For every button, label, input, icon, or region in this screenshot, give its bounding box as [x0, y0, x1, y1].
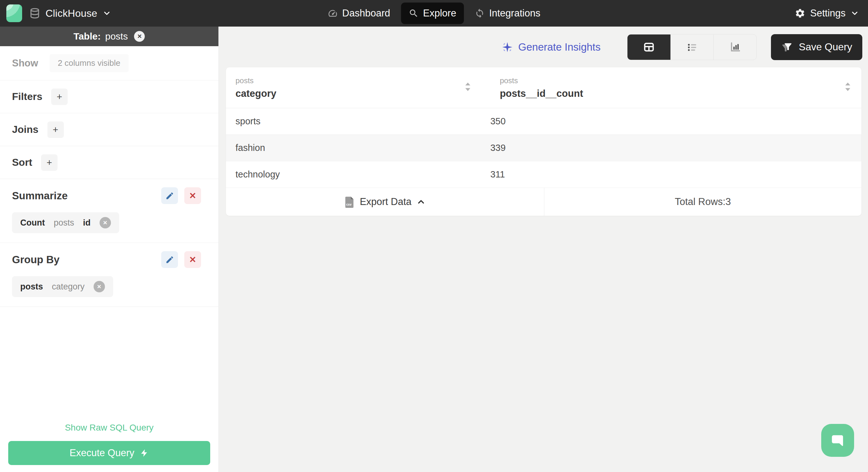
column-name-label: posts__id__count — [500, 88, 861, 99]
svg-text:csv: csv — [346, 203, 351, 206]
brand-name: ClickHouse — [45, 8, 97, 19]
table-banner-label: Table: — [74, 31, 101, 42]
nav-tab-integrations[interactable]: Integrations — [467, 3, 548, 24]
sort-toggle-icon[interactable] — [463, 81, 472, 92]
search-icon — [408, 8, 418, 18]
add-filter-button[interactable]: + — [51, 89, 68, 105]
chart-view-button[interactable] — [713, 34, 756, 60]
column-group-label: posts — [236, 76, 490, 85]
column-group-label: posts — [500, 76, 861, 85]
chat-bubble-icon — [829, 432, 846, 449]
export-data-button[interactable]: csv Export Data — [226, 188, 544, 216]
bar-chart-icon — [729, 41, 742, 54]
settings-label: Settings — [810, 8, 845, 19]
cell-count: 350 — [490, 116, 861, 126]
sync-icon — [474, 8, 485, 18]
cell-category: sports — [226, 116, 490, 126]
lightning-icon — [140, 449, 149, 458]
table-banner-value: posts — [105, 31, 128, 42]
column-header-count: posts posts__id__count — [490, 67, 861, 108]
sparkle-icon — [501, 41, 513, 53]
pencil-icon — [165, 255, 174, 264]
total-rows-label: Total Rows:3 — [675, 196, 731, 208]
columns-visible-badge[interactable]: 2 columns visible — [50, 54, 129, 72]
nav-tab-dashboard[interactable]: Dashboard — [320, 3, 398, 24]
groupby-chip: posts category ✕ — [12, 276, 113, 297]
save-query-label: Save Query — [799, 41, 852, 53]
table-icon — [643, 41, 655, 54]
groupby-section: Group By ✕ posts category ✕ — [0, 243, 218, 306]
summarize-chip: Count posts id ✕ — [12, 212, 119, 233]
remove-chip-button[interactable]: ✕ — [99, 217, 111, 228]
column-name-label: category — [236, 88, 490, 99]
chevron-down-icon — [102, 9, 111, 18]
chevron-down-icon — [850, 9, 859, 18]
edit-groupby-button[interactable] — [161, 251, 178, 268]
joins-label: Joins — [12, 124, 38, 136]
joins-section: Joins + — [0, 113, 218, 146]
execute-query-label: Execute Query — [69, 447, 134, 459]
column-header-category: posts category — [226, 67, 490, 108]
sort-section: Sort + — [0, 146, 218, 179]
database-icon — [29, 8, 40, 19]
nav-tab-label: Explore — [423, 8, 456, 19]
cell-category: technology — [226, 169, 490, 180]
table-row[interactable]: technology 311 — [226, 161, 861, 188]
sort-toggle-icon[interactable] — [843, 81, 852, 92]
generate-insights-label: Generate Insights — [518, 41, 601, 53]
chip-column: id — [83, 218, 91, 228]
list-icon — [686, 41, 699, 54]
sort-label: Sort — [12, 156, 32, 168]
query-builder-sidebar: Table: posts ✕ Show 2 columns visible Fi… — [0, 27, 219, 472]
funnel-icon — [781, 41, 793, 53]
gear-icon — [795, 8, 805, 19]
results-table-card: posts category posts posts__id__count — [226, 67, 861, 216]
total-rows-indicator: Total Rows:3 — [544, 188, 861, 216]
table-footer: csv Export Data Total Rows:3 — [226, 188, 861, 216]
database-selector[interactable]: ClickHouse — [29, 8, 111, 19]
view-toggle-group — [627, 34, 757, 60]
summarize-section: Summarize ✕ Count posts id ✕ — [0, 179, 218, 243]
show-section: Show 2 columns visible — [0, 46, 218, 80]
chip-column: category — [52, 282, 85, 292]
table-header-row: posts category posts posts__id__count — [226, 67, 861, 108]
cell-count: 311 — [490, 169, 861, 180]
chip-table: posts — [20, 282, 43, 292]
results-toolbar: Generate Insights — [219, 27, 868, 67]
list-view-button[interactable] — [671, 34, 713, 60]
chat-widget-button[interactable] — [821, 424, 854, 457]
filters-label: Filters — [12, 91, 42, 102]
nav-tab-label: Dashboard — [342, 8, 391, 19]
show-raw-sql-link[interactable]: Show Raw SQL Query — [8, 423, 210, 433]
table-row[interactable]: fashion 339 — [226, 135, 861, 161]
results-area: Generate Insights — [219, 27, 868, 472]
settings-menu[interactable]: Settings — [795, 8, 859, 19]
edit-summarize-button[interactable] — [161, 187, 178, 204]
cell-count: 339 — [490, 143, 861, 153]
generate-insights-link[interactable]: Generate Insights — [501, 41, 601, 53]
top-nav: ClickHouse Dashboard Explore — [0, 0, 868, 27]
chip-table: posts — [54, 218, 74, 228]
table-view-button[interactable] — [627, 34, 671, 60]
export-data-label: Export Data — [360, 196, 411, 208]
chip-aggregate: Count — [20, 218, 45, 228]
remove-groupby-button[interactable]: ✕ — [184, 251, 201, 268]
execute-query-button[interactable]: Execute Query — [8, 441, 210, 465]
remove-summarize-button[interactable]: ✕ — [184, 187, 201, 204]
remove-chip-button[interactable]: ✕ — [94, 281, 105, 292]
selected-table-banner: Table: posts ✕ — [0, 27, 218, 46]
gauge-icon — [328, 8, 338, 18]
add-sort-button[interactable]: + — [41, 154, 58, 171]
save-query-button[interactable]: Save Query — [771, 34, 862, 60]
pencil-icon — [165, 191, 174, 200]
nav-tab-explore[interactable]: Explore — [401, 3, 464, 24]
filters-section: Filters + — [0, 80, 218, 113]
remove-table-button[interactable]: ✕ — [134, 31, 145, 42]
cell-category: fashion — [226, 143, 490, 153]
divider — [0, 306, 218, 307]
table-row[interactable]: sports 350 — [226, 108, 861, 135]
add-join-button[interactable]: + — [48, 121, 64, 138]
chevron-up-icon — [416, 197, 426, 207]
csv-file-icon: csv — [344, 196, 355, 208]
show-label: Show — [12, 58, 38, 69]
